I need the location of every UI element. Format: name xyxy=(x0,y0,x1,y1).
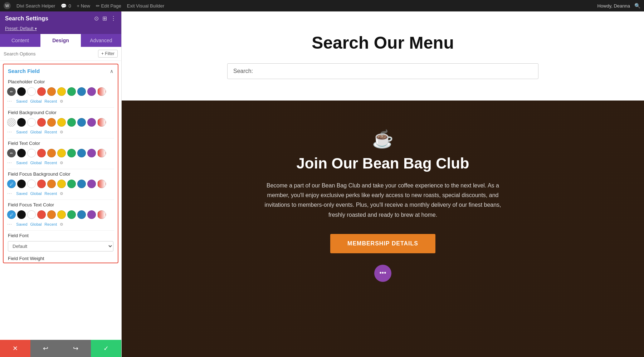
yellow-swatch-4[interactable] xyxy=(57,180,66,188)
recent-link-5[interactable]: Recent xyxy=(44,222,57,226)
more-dots-2[interactable]: ··· xyxy=(7,129,12,135)
green-swatch-5[interactable] xyxy=(67,210,76,219)
tab-content[interactable]: Content xyxy=(0,34,40,47)
panel-columns-icon[interactable]: ⊞ xyxy=(102,15,107,22)
panel-preset[interactable]: Preset: Default ▾ xyxy=(0,25,121,34)
purple-swatch-2[interactable] xyxy=(87,118,96,127)
black-swatch[interactable] xyxy=(17,87,26,96)
green-swatch-2[interactable] xyxy=(67,118,76,127)
gear-icon-5[interactable]: ⚙ xyxy=(60,222,63,227)
green-swatch-3[interactable] xyxy=(67,149,76,157)
yellow-swatch-2[interactable] xyxy=(57,118,66,127)
blue-swatch-5[interactable] xyxy=(77,210,86,219)
purple-swatch[interactable] xyxy=(87,87,96,96)
panel-focus-icon[interactable]: ⊙ xyxy=(94,15,99,22)
purple-swatch-5[interactable] xyxy=(87,210,96,219)
recent-link[interactable]: Recent xyxy=(44,99,57,103)
section-header[interactable]: Search Field ∧ xyxy=(4,64,118,78)
blue-swatch[interactable] xyxy=(77,87,86,96)
saved-link[interactable]: Saved xyxy=(16,99,27,103)
saved-link-2[interactable]: Saved xyxy=(16,130,27,134)
global-link-2[interactable]: Global xyxy=(30,130,42,134)
pencil-icon-swatch[interactable]: ✏ xyxy=(7,87,16,96)
black-swatch-4[interactable] xyxy=(17,180,26,188)
more-dots[interactable]: ··· xyxy=(7,98,12,104)
recent-link-3[interactable]: Recent xyxy=(44,161,57,165)
saved-link-3[interactable]: Saved xyxy=(16,161,27,165)
black-swatch-5[interactable] xyxy=(17,210,26,219)
tab-design[interactable]: Design xyxy=(40,34,81,47)
orange-swatch-2[interactable] xyxy=(47,118,56,127)
comment-link[interactable]: 💬 0 xyxy=(61,3,71,9)
exit-builder-button[interactable]: Exit Visual Builder xyxy=(127,3,165,9)
purple-swatch-4[interactable] xyxy=(87,180,96,188)
divi-search-helper[interactable]: Divi Search Helper xyxy=(16,3,55,9)
white-swatch[interactable] xyxy=(27,87,36,96)
recent-link-4[interactable]: Recent xyxy=(44,191,57,196)
filter-button[interactable]: + Filter xyxy=(98,50,118,58)
eraser-swatch-2[interactable] xyxy=(97,118,106,127)
undo-button[interactable]: ↩ xyxy=(30,340,61,357)
checker-swatch[interactable] xyxy=(7,118,16,127)
gear-icon-3[interactable]: ⚙ xyxy=(60,161,63,165)
tab-advanced[interactable]: Advanced xyxy=(81,34,121,47)
yellow-swatch-5[interactable] xyxy=(57,210,66,219)
red-swatch-4[interactable] xyxy=(37,180,46,188)
eraser-swatch-5[interactable] xyxy=(97,210,106,219)
saved-link-5[interactable]: Saved xyxy=(16,222,27,226)
blue-icon-swatch-4[interactable]: 🖊 xyxy=(7,180,16,188)
green-swatch-4[interactable] xyxy=(67,180,76,188)
yellow-swatch[interactable] xyxy=(57,87,66,96)
red-swatch-3[interactable] xyxy=(37,149,46,157)
search-icon[interactable]: 🔍 xyxy=(634,3,640,9)
black-swatch-3[interactable] xyxy=(17,149,26,157)
black-swatch-2[interactable] xyxy=(17,118,26,127)
white-swatch-3[interactable] xyxy=(27,149,36,157)
saved-link-4[interactable]: Saved xyxy=(16,191,27,196)
global-link-3[interactable]: Global xyxy=(30,161,42,165)
eraser-swatch-3[interactable] xyxy=(97,149,106,157)
eraser-swatch[interactable] xyxy=(97,87,106,96)
gear-icon-4[interactable]: ⚙ xyxy=(60,191,63,196)
membership-details-button[interactable]: Membership Details xyxy=(330,234,435,253)
yellow-swatch-3[interactable] xyxy=(57,149,66,157)
blue-swatch-3[interactable] xyxy=(77,149,86,157)
more-dots-4[interactable]: ··· xyxy=(7,190,12,197)
new-button[interactable]: + New xyxy=(77,3,90,9)
chevron-up-icon[interactable]: ∧ xyxy=(110,68,113,74)
green-swatch[interactable] xyxy=(67,87,76,96)
blue-swatch-4[interactable] xyxy=(77,180,86,188)
purple-swatch-3[interactable] xyxy=(87,149,96,157)
font-select[interactable]: Default xyxy=(8,241,113,251)
more-options-button[interactable]: ••• xyxy=(374,265,391,282)
global-link-5[interactable]: Global xyxy=(30,222,42,226)
orange-swatch-3[interactable] xyxy=(47,149,56,157)
gear-icon[interactable]: ⚙ xyxy=(60,99,63,104)
recent-link-2[interactable]: Recent xyxy=(44,130,57,134)
white-swatch-2[interactable] xyxy=(27,118,36,127)
pencil-icon-swatch-3[interactable]: ✏ xyxy=(7,149,16,157)
gear-icon-2[interactable]: ⚙ xyxy=(60,130,63,135)
more-dots-5[interactable]: ··· xyxy=(7,221,12,228)
orange-swatch-5[interactable] xyxy=(47,210,56,219)
white-swatch-5[interactable] xyxy=(27,210,36,219)
red-swatch-5[interactable] xyxy=(37,210,46,219)
redo-button[interactable]: ↪ xyxy=(61,340,91,357)
orange-swatch-4[interactable] xyxy=(47,180,56,188)
white-swatch-4[interactable] xyxy=(27,180,36,188)
cancel-button[interactable]: ✕ xyxy=(0,340,30,357)
edit-page-button[interactable]: ✏ Edit Page xyxy=(96,3,121,9)
more-dots-3[interactable]: ··· xyxy=(7,160,12,166)
orange-swatch[interactable] xyxy=(47,87,56,96)
blue-swatch-2[interactable] xyxy=(77,118,86,127)
search-options-input[interactable] xyxy=(4,51,95,57)
blue-icon-swatch-5[interactable]: 🖊 xyxy=(7,210,16,219)
red-swatch[interactable] xyxy=(37,87,46,96)
search-field-container[interactable]: Search: xyxy=(227,63,538,79)
global-link[interactable]: Global xyxy=(30,99,42,103)
panel-more-icon[interactable]: ⋮ xyxy=(111,15,116,22)
wordpress-logo[interactable]: W xyxy=(4,2,11,9)
global-link-4[interactable]: Global xyxy=(30,191,42,196)
save-button[interactable]: ✓ xyxy=(91,340,121,357)
eraser-swatch-4[interactable] xyxy=(97,180,106,188)
